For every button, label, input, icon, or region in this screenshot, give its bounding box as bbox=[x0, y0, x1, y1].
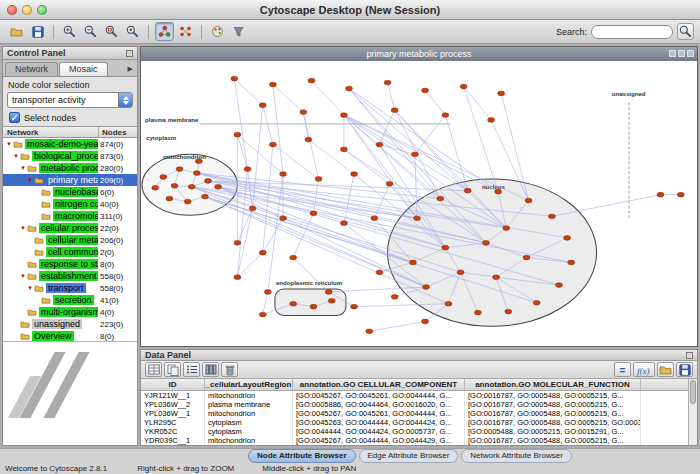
network-edge[interactable] bbox=[237, 208, 252, 242]
network-edge[interactable] bbox=[344, 115, 417, 218]
table-cell[interactable]: [GO:0045267, GO:0044444, GO:0044429, G..… bbox=[293, 436, 465, 445]
network-node[interactable] bbox=[488, 118, 495, 123]
tab-node-attribute-browser[interactable]: Node Attribute Browser bbox=[248, 449, 356, 463]
tree-item-unassigned[interactable]: unassigned223(0) bbox=[3, 318, 137, 330]
network-overview-icon[interactable] bbox=[176, 22, 195, 41]
network-node[interactable] bbox=[231, 76, 238, 81]
network-node[interactable] bbox=[328, 298, 335, 303]
network-node[interactable] bbox=[259, 250, 266, 255]
save-attributes-icon[interactable] bbox=[676, 362, 693, 377]
tree-expander-icon[interactable]: ▼ bbox=[19, 270, 27, 282]
table-row[interactable]: YDR039C__1mitochondrion[GO:0045267, GO:0… bbox=[141, 436, 688, 445]
network-edge[interactable] bbox=[273, 85, 283, 174]
tree-expander-icon[interactable]: ▼ bbox=[5, 138, 13, 150]
node-color-combobox[interactable]: transporter activity bbox=[7, 92, 133, 108]
network-node[interactable] bbox=[498, 91, 505, 96]
tree-column-network[interactable]: Network bbox=[3, 127, 99, 137]
network-node[interactable] bbox=[176, 167, 183, 172]
frame-close-icon[interactable] bbox=[687, 50, 694, 57]
network-node[interactable] bbox=[493, 275, 500, 280]
network-node[interactable] bbox=[325, 290, 332, 295]
network-node[interactable] bbox=[366, 329, 373, 334]
table-cell[interactable]: [GO:0005488, GO:0005215, GO:0015291, G..… bbox=[465, 427, 641, 436]
table-cell[interactable]: [GO:0045267, GO:0045261, GO:0044444, G..… bbox=[293, 391, 465, 400]
minimize-button[interactable] bbox=[22, 5, 32, 15]
network-node[interactable] bbox=[457, 270, 464, 275]
network-node[interactable] bbox=[234, 240, 241, 245]
column-header-3[interactable]: annotation.GO CELLULAR_COMPONENT bbox=[293, 379, 465, 390]
network-node[interactable] bbox=[290, 255, 297, 260]
network-node[interactable] bbox=[505, 309, 512, 314]
network-node[interactable] bbox=[300, 110, 307, 115]
network-node[interactable] bbox=[351, 304, 358, 309]
table-cell[interactable]: [GO:0016787, GO:0005488, GO:0005215, G..… bbox=[465, 436, 641, 445]
network-node[interactable] bbox=[442, 113, 449, 118]
network-edge[interactable] bbox=[308, 140, 354, 174]
tree-item-nitrogen-compound-metabolic-[interactable]: nitrogen compound metabolic process40(0) bbox=[3, 198, 137, 210]
tree-item-cellular-metabolic-process[interactable]: cellular metabolic process206(0) bbox=[3, 234, 137, 246]
tree-item-nucleobase-nucleoside-nucleo[interactable]: nucleobase, nucleoside, nucleotide metab… bbox=[3, 186, 137, 198]
table-cell[interactable]: [GO:0005886, GO:0044464, GO:0016020, G..… bbox=[293, 400, 465, 409]
zoom-selected-region-icon[interactable] bbox=[102, 22, 121, 41]
network-node[interactable] bbox=[315, 177, 322, 182]
table-cell[interactable]: [GO:0044444, GO:0044424, GO:0005737, G..… bbox=[293, 427, 465, 436]
network-node[interactable] bbox=[308, 78, 315, 83]
network-node[interactable] bbox=[152, 185, 159, 190]
zoom-window-button[interactable] bbox=[37, 5, 47, 15]
tree-item-multi-organism-process[interactable]: multi-organism process4(0) bbox=[3, 306, 137, 318]
network-node[interactable] bbox=[474, 310, 481, 315]
network-node[interactable] bbox=[411, 152, 418, 157]
network-edge[interactable] bbox=[234, 79, 262, 106]
table-row[interactable]: YPL036W__1mitochondrion[GO:0045267, GO:0… bbox=[141, 409, 688, 418]
network-node[interactable] bbox=[340, 221, 347, 226]
search-input[interactable] bbox=[591, 25, 673, 39]
tree-item-transport[interactable]: ▼transport558(0) bbox=[3, 282, 137, 294]
column-header-2[interactable]: _cellularLayoutRegion bbox=[205, 379, 293, 390]
network-edge[interactable] bbox=[293, 258, 329, 292]
tree-expander-icon[interactable]: ▼ bbox=[19, 162, 27, 174]
search-icon[interactable] bbox=[677, 23, 694, 40]
table-row[interactable]: YJR121W__1mitochondrion[GO:0045267, GO:0… bbox=[141, 391, 688, 400]
network-node[interactable] bbox=[568, 260, 575, 265]
network-node[interactable] bbox=[423, 285, 430, 290]
table-cell[interactable]: YLR295C bbox=[141, 418, 205, 427]
select-nodes-checkbox[interactable] bbox=[9, 112, 20, 123]
network-node[interactable] bbox=[677, 192, 684, 197]
network-node[interactable] bbox=[290, 301, 297, 306]
network-edge[interactable] bbox=[369, 321, 425, 331]
table-cell[interactable]: [GO:0045267, GO:0045261, GO:0044444, G..… bbox=[293, 409, 465, 418]
zoom-in-icon[interactable] bbox=[60, 22, 79, 41]
network-node[interactable] bbox=[414, 216, 421, 221]
tree-item-secretion[interactable]: secretion41(0) bbox=[3, 294, 137, 306]
network-edge[interactable] bbox=[237, 135, 247, 169]
tree-item-biological-process[interactable]: ▼biological_process873(0) bbox=[3, 150, 137, 162]
select-attributes-icon[interactable] bbox=[145, 362, 162, 377]
network-node[interactable] bbox=[657, 192, 664, 197]
panel-float-button[interactable] bbox=[126, 50, 133, 57]
table-cell[interactable]: [GO:0016787, GO:0005488, GO:0005215, G..… bbox=[465, 391, 641, 400]
network-node[interactable] bbox=[184, 199, 191, 204]
network-node[interactable] bbox=[384, 80, 391, 85]
network-node[interactable] bbox=[376, 142, 383, 147]
network-node[interactable] bbox=[386, 181, 393, 186]
table-row[interactable]: YKR052Ccytoplasm[GO:0044444, GO:0044424,… bbox=[141, 427, 688, 436]
filter-icon[interactable] bbox=[229, 22, 248, 41]
network-node[interactable] bbox=[205, 179, 212, 184]
network-edge[interactable] bbox=[273, 85, 303, 113]
network-node[interactable] bbox=[201, 194, 208, 199]
network-node[interactable] bbox=[234, 275, 241, 280]
network-edge[interactable] bbox=[344, 115, 498, 192]
network-edge[interactable] bbox=[388, 83, 395, 111]
network-edge[interactable] bbox=[263, 292, 268, 315]
table-cell[interactable]: cytoplasm bbox=[205, 427, 293, 436]
network-node[interactable] bbox=[391, 295, 398, 300]
network-edge[interactable] bbox=[344, 174, 354, 223]
network-node[interactable] bbox=[340, 147, 347, 152]
network-node[interactable] bbox=[234, 132, 241, 137]
table-cell[interactable]: mitochondrion bbox=[205, 436, 293, 445]
network-edge[interactable] bbox=[344, 115, 529, 201]
table-cell[interactable]: [GO:0045263, GO:0044444, GO:0044424, G..… bbox=[293, 418, 465, 427]
create-attribute-icon[interactable] bbox=[164, 362, 181, 377]
table-cell[interactable]: YKR052C bbox=[141, 427, 205, 436]
network-node[interactable] bbox=[269, 142, 276, 147]
